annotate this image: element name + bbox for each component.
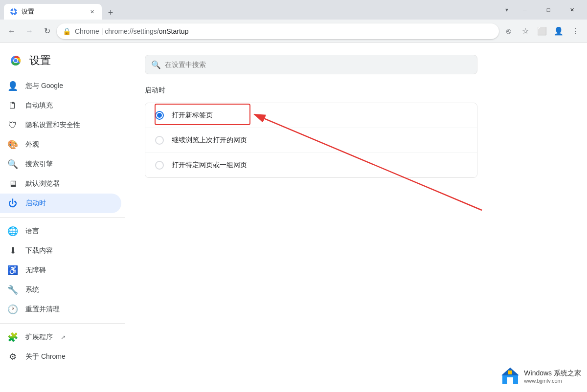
watermark-icon xyxy=(500,367,520,386)
sidebar-item-reset[interactable]: 🕐 重置并清理 xyxy=(0,300,121,319)
sidebar-item-default-browser-label: 默认浏览器 xyxy=(25,179,60,188)
menu-button[interactable]: ⋮ xyxy=(567,23,583,39)
tab-bar: 设置 ✕ + xyxy=(4,0,500,20)
sidebar-item-startup[interactable]: ⏻ 启动时 xyxy=(0,194,121,213)
radio-continue[interactable] xyxy=(155,136,164,145)
svg-rect-13 xyxy=(507,377,513,384)
watermark-site-name: Windows 系统之家 xyxy=(524,369,581,378)
chrome-logo xyxy=(8,53,23,68)
watermark-url: www.bjjmlv.com xyxy=(524,378,581,384)
sidebar-item-search[interactable]: 🔍 搜索引擎 xyxy=(0,154,121,174)
nav-bar: ← → ↻ 🔒 Chrome | chrome://settings/onSta… xyxy=(0,20,587,43)
option-new-tab-label: 打开新标签页 xyxy=(172,111,213,120)
sidebar-item-about-label: 关于 Chrome xyxy=(25,352,66,361)
sidebar-item-about[interactable]: ⚙ 关于 Chrome xyxy=(0,347,121,367)
sidebar-item-languages[interactable]: 🌐 语言 xyxy=(0,221,121,241)
radio-new-tab-inner xyxy=(157,113,162,118)
download-icon: ⬇ xyxy=(8,246,18,256)
power-icon: ⏻ xyxy=(8,198,18,208)
about-icon: ⚙ xyxy=(8,352,18,362)
forward-button[interactable]: → xyxy=(22,23,37,39)
sidebar-item-default-browser[interactable]: 🖥 默认浏览器 xyxy=(0,174,121,194)
startup-options-card: 打开新标签页 继续浏览上次打开的网页 打开特定网页或一组网页 xyxy=(145,103,477,178)
split-screen-button[interactable]: ⬜ xyxy=(534,23,550,39)
accessibility-icon: ♿ xyxy=(8,265,18,275)
address-bar[interactable]: 🔒 Chrome | chrome://settings/onStartup xyxy=(57,23,499,39)
sidebar-item-extensions[interactable]: 🧩 扩展程序 ↗ xyxy=(0,327,121,347)
option-new-tab[interactable]: 打开新标签页 xyxy=(145,103,477,128)
close-button[interactable]: ✕ xyxy=(561,2,583,18)
tab-list-button[interactable]: ▾ xyxy=(500,3,514,17)
svg-rect-5 xyxy=(16,11,17,12)
address-chrome-prefix: Chrome | chrome://settings/ xyxy=(75,27,159,35)
sidebar-item-privacy-label: 隐私设置和安全性 xyxy=(25,121,80,130)
radio-specific[interactable] xyxy=(155,161,164,170)
svg-rect-2 xyxy=(13,8,14,10)
sidebar-item-appearance[interactable]: 🎨 外观 xyxy=(0,135,121,154)
sidebar-item-system-label: 系统 xyxy=(25,285,39,294)
palette-icon: 🎨 xyxy=(8,140,18,150)
sidebar-item-downloads[interactable]: ⬇ 下载内容 xyxy=(0,241,121,261)
svg-rect-4 xyxy=(10,11,12,12)
sidebar-item-appearance-label: 外观 xyxy=(25,140,39,149)
sidebar-item-privacy[interactable]: 🛡 隐私设置和安全性 xyxy=(0,115,121,135)
tab-close-button[interactable]: ✕ xyxy=(88,8,96,16)
svg-rect-3 xyxy=(13,14,14,15)
sidebar-item-accessibility-label: 无障碍 xyxy=(25,266,46,275)
section-title: 启动时 xyxy=(145,86,567,95)
sidebar-item-google-label: 您与 Google xyxy=(25,82,63,90)
bookmark-button[interactable]: ☆ xyxy=(518,23,533,39)
sidebar-title: 设置 xyxy=(29,53,51,68)
sidebar-item-autofill-label: 自动填充 xyxy=(25,101,53,110)
search-bar-icon: 🔍 xyxy=(151,60,161,69)
sidebar: 设置 👤 您与 Google 🗒 自动填充 🛡 隐私设置和安全性 🎨 外观 🔍 … xyxy=(0,43,125,392)
back-button[interactable]: ← xyxy=(4,23,20,39)
search-bar[interactable]: 🔍 xyxy=(145,55,477,74)
share-button[interactable]: ⎋ xyxy=(501,23,517,39)
sidebar-item-languages-label: 语言 xyxy=(25,227,39,236)
radio-new-tab[interactable] xyxy=(155,111,164,120)
option-specific[interactable]: 打开特定网页或一组网页 xyxy=(145,153,477,177)
sidebar-item-startup-label: 启动时 xyxy=(25,199,46,208)
sidebar-item-search-label: 搜索引擎 xyxy=(25,160,53,169)
address-text: Chrome | chrome://settings/onStartup xyxy=(75,27,188,35)
content-area: 🔍 启动时 打开新标签页 继续浏览上次打开的网页 打开特定网页或一组网页 xyxy=(125,43,587,392)
svg-rect-15 xyxy=(508,370,512,374)
globe-icon: 🌐 xyxy=(8,226,18,236)
search-input[interactable] xyxy=(165,61,471,68)
tab-label: 设置 xyxy=(22,7,84,16)
security-icon: 🔒 xyxy=(63,27,71,35)
tab-favicon xyxy=(10,8,18,16)
window-controls: ─ □ ✕ xyxy=(514,2,583,18)
title-bar: 设置 ✕ + ▾ ─ □ ✕ xyxy=(0,0,587,20)
sidebar-divider-1 xyxy=(0,217,125,218)
main-layout: 设置 👤 您与 Google 🗒 自动填充 🛡 隐私设置和安全性 🎨 外观 🔍 … xyxy=(0,43,587,392)
sidebar-item-accessibility[interactable]: ♿ 无障碍 xyxy=(0,261,121,280)
person-icon: 👤 xyxy=(8,81,18,91)
svg-point-9 xyxy=(14,59,18,63)
sidebar-item-google[interactable]: 👤 您与 Google xyxy=(0,76,121,96)
sidebar-divider-2 xyxy=(0,323,125,324)
minimize-button[interactable]: ─ xyxy=(514,2,536,18)
watermark: Windows 系统之家 www.bjjmlv.com xyxy=(500,367,581,386)
new-tab-button[interactable]: + xyxy=(104,6,117,20)
profile-button[interactable]: 👤 xyxy=(551,23,566,39)
puzzle-icon: 🧩 xyxy=(8,332,18,342)
browser-icon: 🖥 xyxy=(8,179,18,189)
option-continue[interactable]: 继续浏览上次打开的网页 xyxy=(145,128,477,153)
svg-point-1 xyxy=(12,10,15,13)
sidebar-item-extensions-label: 扩展程序 xyxy=(25,333,53,342)
maximize-button[interactable]: □ xyxy=(537,2,560,18)
sidebar-item-downloads-label: 下载内容 xyxy=(25,246,53,255)
external-link-icon: ↗ xyxy=(61,334,66,341)
search-icon: 🔍 xyxy=(8,159,18,169)
sidebar-item-autofill[interactable]: 🗒 自动填充 xyxy=(0,96,121,115)
sidebar-item-system[interactable]: 🔧 系统 xyxy=(0,280,121,300)
shield-icon: 🛡 xyxy=(8,120,18,130)
sidebar-header: 设置 xyxy=(0,47,125,76)
watermark-text-block: Windows 系统之家 www.bjjmlv.com xyxy=(524,369,581,384)
active-tab[interactable]: 设置 ✕ xyxy=(4,4,102,20)
wrench-icon: 🔧 xyxy=(8,285,18,295)
refresh-button[interactable]: ↻ xyxy=(39,23,55,39)
nav-actions: ⎋ ☆ ⬜ 👤 ⋮ xyxy=(501,23,583,39)
